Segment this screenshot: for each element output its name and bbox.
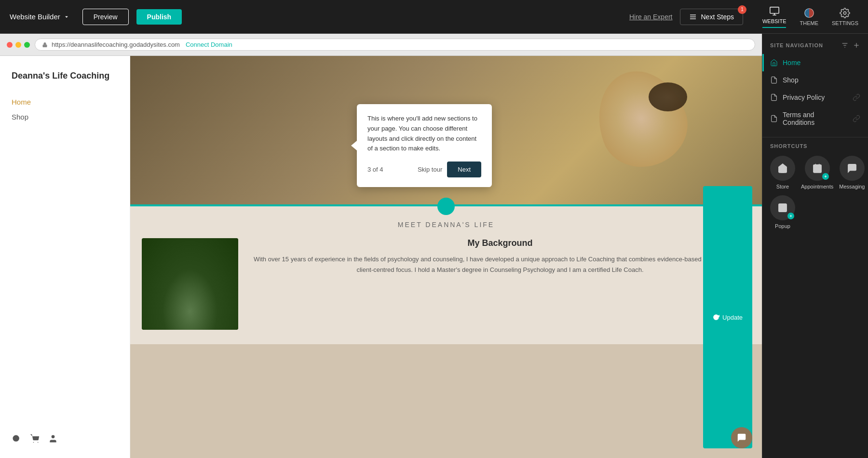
- lock-icon: [42, 42, 48, 48]
- tab-theme-label: THEME: [800, 20, 818, 26]
- popup-icon: [777, 202, 788, 213]
- meet-section: MEET DEANNA'S LIFE My Background With ov…: [130, 206, 762, 344]
- svg-rect-27: [779, 204, 787, 212]
- window-controls: [7, 42, 30, 48]
- shop-icon: [770, 76, 778, 84]
- nav-privacy-label: Privacy Policy: [783, 94, 825, 101]
- shortcut-appointments[interactable]: Appointments: [801, 156, 833, 189]
- svg-rect-21: [813, 165, 821, 173]
- nav-item-privacy[interactable]: Privacy Policy: [762, 89, 868, 106]
- filter-icon[interactable]: [841, 41, 849, 49]
- nav-item-terms[interactable]: Terms and Conditions: [762, 106, 868, 131]
- page-nav-shop[interactable]: Shop: [12, 111, 118, 123]
- tooltip-footer: 3 of 4 Skip tour Next: [367, 162, 481, 177]
- panel-tabs: WEBSITE THEME SETTINGS: [762, 6, 858, 28]
- page-nav-home[interactable]: Home: [12, 96, 118, 108]
- svg-line-9: [18, 441, 20, 443]
- plus-icon: [442, 202, 450, 211]
- messaging-icon-container: [840, 156, 865, 181]
- maximize-dot: [24, 42, 30, 48]
- nav-shop-label: Shop: [783, 76, 799, 84]
- svg-point-7: [844, 12, 847, 14]
- sidebar-divider: [762, 137, 868, 137]
- appointments-icon-container: [805, 156, 830, 181]
- url-bar[interactable]: https://deannaslifecoaching.godaddysites…: [35, 39, 755, 51]
- tooltip-text: This is where you'll add new sections to…: [367, 114, 481, 154]
- url-text: https://deannaslifecoaching.godaddysites…: [52, 41, 180, 48]
- svg-point-8: [13, 435, 19, 442]
- tab-website-label: WEBSITE: [762, 18, 787, 24]
- publish-button[interactable]: Publish: [136, 9, 182, 25]
- minimize-dot: [15, 42, 21, 48]
- shortcut-messaging[interactable]: Messaging: [839, 156, 865, 189]
- svg-point-10: [33, 442, 34, 443]
- shortcut-popup[interactable]: Popup: [770, 195, 795, 229]
- tooltip-counter: 3 of 4: [367, 166, 383, 173]
- next-steps-label: Next Steps: [701, 13, 733, 21]
- add-section-button[interactable]: [437, 198, 455, 215]
- nav-home-label: Home: [783, 59, 800, 67]
- shortcuts-row2: Popup: [770, 195, 860, 229]
- site-navigation-title: SITE NAVIGATION: [762, 41, 868, 54]
- shortcut-popup-label: Popup: [775, 223, 790, 229]
- nav-item-shop[interactable]: Shop: [762, 71, 868, 89]
- user-icon[interactable]: [48, 434, 58, 444]
- page-sidebar-footer: [12, 424, 118, 444]
- meet-title: MEET DEANNA'S LIFE: [398, 221, 494, 229]
- hero-spices-visual: [649, 82, 687, 111]
- section-divider: [130, 204, 762, 206]
- theme-icon: [804, 8, 814, 18]
- page-nav: Home Shop: [12, 96, 118, 123]
- connect-domain-link[interactable]: Connect Domain: [186, 41, 232, 48]
- tooltip-actions: Skip tour Next: [418, 162, 481, 177]
- browser-frame: https://deannaslifecoaching.godaddysites…: [0, 34, 762, 458]
- hire-expert-link[interactable]: Hire an Expert: [629, 13, 672, 21]
- brand-text: Website Builder: [10, 13, 60, 21]
- settings-icon: [840, 8, 850, 18]
- terms-link-icon: [853, 115, 860, 122]
- tab-theme[interactable]: THEME: [800, 8, 818, 26]
- plus-badge-icon: [824, 175, 827, 178]
- tooltip-arrow: [351, 141, 357, 150]
- add-page-icon[interactable]: [853, 41, 860, 49]
- skip-tour-button[interactable]: Skip tour: [418, 166, 442, 173]
- tab-settings-label: SETTINGS: [832, 20, 858, 26]
- nav-item-home[interactable]: Home: [762, 54, 868, 71]
- search-icon[interactable]: [12, 434, 21, 444]
- right-sidebar: SITE NAVIGATION Home Shop Privacy Policy…: [762, 34, 868, 458]
- popup-icon-container: [770, 195, 795, 220]
- website-content: Deanna's Life Coaching Home Shop: [0, 56, 762, 458]
- appointments-icon: [812, 163, 823, 174]
- shortcuts-grid: Store Appointments: [770, 156, 860, 189]
- shortcut-store[interactable]: Store: [770, 156, 795, 189]
- nav-terms-label: Terms and Conditions: [783, 111, 848, 126]
- next-button[interactable]: Next: [447, 162, 481, 177]
- meet-content: My Background With over 15 years of expe…: [142, 238, 750, 330]
- svg-rect-20: [781, 168, 784, 173]
- brand-label[interactable]: Website Builder: [10, 13, 70, 21]
- tooltip-popup: This is where you'll add new sections to…: [357, 104, 492, 187]
- update-button[interactable]: Update: [703, 186, 752, 448]
- chat-bubble[interactable]: [731, 427, 752, 448]
- tab-settings[interactable]: SETTINGS: [832, 8, 858, 26]
- external-link-icon: [853, 94, 860, 101]
- page-main: LET'S BEGIN Update MEET DEANNA'S LIFE: [130, 56, 762, 458]
- preview-button[interactable]: Preview: [82, 9, 129, 25]
- terms-icon: [770, 115, 778, 122]
- svg-point-12: [52, 435, 55, 439]
- shortcut-store-label: Store: [776, 184, 789, 189]
- store-icon-container: [770, 156, 795, 181]
- next-steps-badge: 1: [738, 5, 746, 14]
- cart-icon[interactable]: [30, 434, 40, 444]
- home-icon: [770, 59, 778, 67]
- tab-website[interactable]: WEBSITE: [762, 6, 787, 28]
- shortcuts-section: SHORTCUTS Store A: [762, 143, 868, 229]
- svg-rect-3: [770, 7, 779, 13]
- messaging-icon: [847, 163, 857, 174]
- store-icon: [777, 163, 788, 174]
- browser-chrome: https://deannaslifecoaching.godaddysites…: [0, 34, 762, 56]
- background-title: My Background: [250, 238, 750, 248]
- website-icon: [769, 6, 780, 16]
- next-steps-button[interactable]: Next Steps 1: [680, 9, 743, 25]
- meet-text: My Background With over 15 years of expe…: [250, 238, 750, 275]
